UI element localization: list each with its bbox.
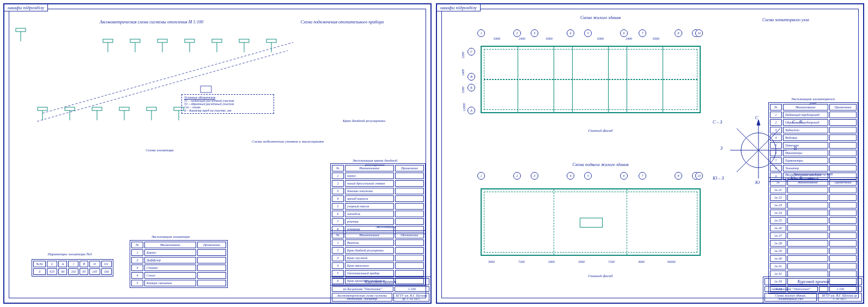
cell xyxy=(829,127,857,133)
cell: 1к-22 xyxy=(770,194,786,201)
title-elev: Схема элеватора xyxy=(145,148,174,152)
compass-n: С xyxy=(755,115,758,120)
cell xyxy=(395,180,424,187)
table-param: №ЭлLAlBDD1 36259011095145160 xyxy=(32,259,113,277)
cell xyxy=(829,248,857,254)
cell: 5 xyxy=(332,270,344,277)
axis-a: А xyxy=(468,107,475,114)
cell xyxy=(787,225,828,231)
cell: Диффузор xyxy=(144,257,196,263)
table-elevunit: №НаименованиеПримечание 1Подающий трубоп… xyxy=(768,102,858,182)
cell xyxy=(829,112,857,118)
cell: Сопло xyxy=(144,272,196,279)
table-kran: №НаименованиеПримечание 1корпус2полый др… xyxy=(330,163,426,234)
cell: 6 xyxy=(332,211,344,217)
cell: 3 xyxy=(33,268,46,275)
cell xyxy=(197,249,226,256)
cell xyxy=(197,265,226,271)
cell: упорный поясок xyxy=(345,203,394,210)
dimension: 3900 xyxy=(638,260,645,263)
axis-circle: 2 xyxy=(513,29,521,37)
cell: Термометры xyxy=(783,157,828,164)
cell: Обратный трубопровод xyxy=(783,119,828,126)
dimension: 5300 xyxy=(462,52,465,58)
cell: 2 xyxy=(332,180,344,187)
svg-rect-30 xyxy=(201,86,211,93)
cell xyxy=(829,150,857,156)
cell xyxy=(395,173,424,179)
compass-nw: С – З xyxy=(713,120,722,125)
svg-rect-8 xyxy=(157,39,167,42)
svg-rect-24 xyxy=(119,107,129,110)
cell xyxy=(787,210,828,216)
cell: Подающий трубопровод xyxy=(783,112,828,118)
cell xyxy=(197,257,226,263)
cell: 4 xyxy=(131,272,143,279)
cell: 5 xyxy=(332,203,344,210)
cell: Кран двойной регулировки xyxy=(345,247,394,254)
cell xyxy=(829,194,857,201)
legend-row: d – диаметр труб на участке, мм xyxy=(184,109,271,112)
cell: 160 xyxy=(101,268,112,275)
cell: B xyxy=(80,261,88,267)
cell xyxy=(395,247,424,254)
svg-marker-36 xyxy=(757,120,760,125)
cell: 3 xyxy=(131,265,143,271)
titleblock-2: Курсовой проект по дисциплине "Отопление… xyxy=(763,277,864,303)
dimension: 12000 xyxy=(463,103,466,112)
axis-circle: 4 xyxy=(567,172,574,180)
cell xyxy=(829,187,857,193)
cell: 1к-27 xyxy=(770,232,786,239)
cell xyxy=(787,240,828,247)
cell xyxy=(829,157,857,164)
axis-circle: 7 xyxy=(639,172,646,180)
cell: 90 xyxy=(58,268,67,275)
cell: 1к-28 xyxy=(770,240,786,247)
cell xyxy=(787,202,828,208)
cell: Кран маевского xyxy=(345,262,394,269)
cell: 8 xyxy=(770,165,782,171)
axis-circle: 5 xyxy=(584,172,592,180)
cell xyxy=(829,210,857,216)
cell: Кран спускной xyxy=(345,255,394,261)
dimension: 6300 xyxy=(546,37,553,40)
title-param-elev: Параметры элеватора №3 xyxy=(47,252,92,256)
cell xyxy=(787,187,828,193)
cell: 4 xyxy=(770,134,782,141)
cell xyxy=(787,263,828,269)
cell: 4 xyxy=(332,195,344,202)
dimension: 3900 xyxy=(488,260,495,263)
cell: 5 xyxy=(770,142,782,149)
svg-rect-20 xyxy=(65,107,75,110)
titleblock-1: Курсовой проект по дисциплине "Отопление… xyxy=(330,277,431,303)
cell: розетка xyxy=(345,218,394,225)
cell: D1 xyxy=(101,261,112,267)
cell: 1к-25 xyxy=(770,217,786,224)
axis-circle: 6 xyxy=(620,29,628,37)
axis-circle: 1 xyxy=(477,29,485,37)
cell: D xyxy=(89,261,100,267)
axis-circle: 6 xyxy=(620,172,628,180)
cell: 1к-29 xyxy=(770,248,786,254)
compass-sw: Ю – З xyxy=(713,176,724,181)
axis-circle: 3 xyxy=(531,29,538,37)
cell: №Эл xyxy=(33,261,46,267)
cell: 145 xyxy=(89,268,100,275)
cell: 625 xyxy=(47,268,57,275)
cell xyxy=(829,240,857,247)
dimension: 5300 xyxy=(462,87,465,93)
cell xyxy=(395,195,424,202)
dimension: 7200 xyxy=(518,260,525,263)
cell: 4 xyxy=(332,262,344,269)
cell: 2 xyxy=(332,247,344,254)
dimension: 2400 xyxy=(626,37,632,40)
cell: Водомер xyxy=(783,134,828,141)
cell xyxy=(829,142,857,149)
cell: 3 xyxy=(332,255,344,261)
cell: 2 xyxy=(131,257,143,263)
title-kran: Кран двойной регулировки xyxy=(343,119,385,123)
cell xyxy=(787,217,828,224)
axis-circle: 5 xyxy=(584,29,592,37)
dimension: 6300 xyxy=(653,37,659,40)
axis-circle: 7 xyxy=(639,29,646,37)
